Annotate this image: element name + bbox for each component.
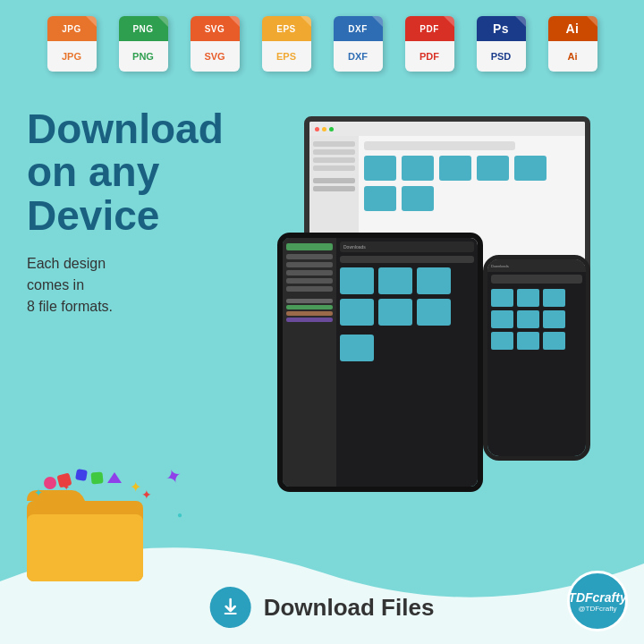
pdf-top-label: PDF <box>419 24 439 34</box>
png-icon-header: PNG <box>119 16 168 41</box>
folder-7 <box>402 186 434 211</box>
sidebar-item-4 <box>313 165 355 171</box>
tablet-main: Downloads <box>336 238 478 487</box>
brand-handle: @TDFcrafty <box>578 605 616 613</box>
download-files-label[interactable]: Download Files <box>264 594 435 622</box>
download-icon-circle[interactable] <box>210 587 251 628</box>
file-icon-pdf: PDF PDF <box>398 16 461 72</box>
folder-6 <box>364 186 396 211</box>
tablet-topbar: Downloads <box>340 242 474 252</box>
svg-rect-3 <box>75 469 88 481</box>
psd-top-label: Ps <box>493 21 509 36</box>
monitor-path-bar <box>364 141 515 150</box>
tablet-tag-3 <box>286 311 333 316</box>
download-area[interactable]: Download Files <box>210 587 435 628</box>
download-arrow-icon <box>221 597 241 617</box>
phone-folders-grid <box>487 286 586 352</box>
tablet-inner: Downloads <box>283 238 478 487</box>
file-icon-png: PNG PNG <box>112 16 174 72</box>
phone: Downloads <box>483 255 590 461</box>
dxf-icon-body: DXF DXF <box>334 16 383 72</box>
png-icon-footer: PNG <box>119 41 168 72</box>
left-content: Download on any Device Each designcomes … <box>27 107 224 318</box>
sidebar-item-6 <box>313 186 355 191</box>
deco-star-3: ● <box>177 510 182 520</box>
deco-star-2: ✦ <box>141 487 152 502</box>
folder-illustration: ✦ ✦ ✦ <box>18 465 161 590</box>
monitor-folders <box>364 156 580 211</box>
phone-inner: Downloads <box>487 259 586 456</box>
phone-folder-2 <box>517 289 539 307</box>
tablet: Downloads <box>277 233 483 492</box>
devices-area: Downloads <box>277 116 644 501</box>
subtext: Each designcomes in8 file formats. <box>27 253 224 318</box>
svg-marker-5 <box>107 472 122 483</box>
jpg-icon-footer: JPG <box>47 41 97 72</box>
dxf-top-label: DXF <box>348 24 368 34</box>
svg-icon-footer: SVG <box>191 41 240 72</box>
svg-rect-10 <box>225 613 237 614</box>
pdf-icon-footer: PDF <box>405 41 454 72</box>
jpg-bottom-label: JPG <box>62 51 81 62</box>
deco-star-1: ✦ <box>162 463 185 491</box>
svg-top-label: SVG <box>205 24 225 34</box>
monitor-dot-yellow <box>322 127 326 131</box>
monitor-dot-green <box>329 127 334 131</box>
pdf-bottom-label: PDF <box>419 51 439 62</box>
file-icon-dxf: DXF DXF <box>326 16 389 72</box>
tablet-sidebar-4 <box>286 278 333 284</box>
phone-folder-9 <box>543 332 565 350</box>
ai-bottom-label: Ai <box>568 51 578 62</box>
phone-topbar-label: Downloads <box>491 264 509 268</box>
ai-icon-header: Ai <box>548 16 597 41</box>
tablet-sidebar-5 <box>286 286 333 292</box>
tablet-folder-3 <box>417 267 451 294</box>
phone-topbar: Downloads <box>487 259 586 272</box>
psd-bottom-label: PSD <box>491 51 512 62</box>
eps-bottom-label: EPS <box>276 51 296 62</box>
jpg-icon-body: JPG JPG <box>47 16 97 72</box>
svg-icon-body: SVG SVG <box>191 16 240 72</box>
eps-icon-footer: EPS <box>262 41 311 72</box>
svg-rect-1 <box>27 514 143 581</box>
svg-text:✦: ✦ <box>63 482 70 492</box>
tablet-folder-4 <box>340 299 374 326</box>
folder-3 <box>439 156 471 181</box>
phone-folder-8 <box>517 332 539 350</box>
dxf-icon-footer: DXF <box>334 41 383 72</box>
folder-4 <box>477 156 509 181</box>
monitor-bar <box>309 122 585 136</box>
file-icon-psd: Ps PSD <box>470 16 532 72</box>
tablet-sidebar-2 <box>286 262 333 267</box>
phone-search-bar <box>491 275 582 284</box>
file-icon-jpg: JPG JPG <box>40 16 103 72</box>
folder-5 <box>514 156 547 181</box>
tablet-folder-6 <box>417 299 451 326</box>
svg-bottom-label: SVG <box>204 51 225 62</box>
file-icons-row: JPG JPG PNG PNG SVG <box>0 0 644 80</box>
dxf-bottom-label: DXF <box>348 51 368 62</box>
ai-icon-body: Ai Ai <box>548 16 597 72</box>
tablet-sidebar-label <box>286 243 333 250</box>
file-icon-svg: SVG SVG <box>183 16 246 72</box>
monitor-dot-red <box>315 127 319 131</box>
phone-folder-6 <box>543 310 565 328</box>
headline: Download on any Device <box>27 107 224 237</box>
tablet-tag-1 <box>286 299 333 303</box>
psd-icon-header: Ps <box>477 16 526 41</box>
sidebar-item-2 <box>313 149 355 155</box>
dxf-icon-header: DXF <box>334 16 383 41</box>
png-icon-body: PNG PNG <box>119 16 168 72</box>
headline-line1: Download <box>27 106 224 152</box>
phone-folder-1 <box>491 289 513 307</box>
tablet-folder-7 <box>340 335 374 361</box>
png-top-label: PNG <box>132 24 153 34</box>
tablet-topbar-text: Downloads <box>343 244 366 250</box>
tablet-tag-4 <box>286 318 333 322</box>
headline-line2: on any <box>27 148 159 195</box>
tablet-folders-grid <box>340 267 474 361</box>
eps-top-label: EPS <box>276 24 296 34</box>
svg-text:✦: ✦ <box>34 487 43 499</box>
ai-icon-footer: Ai <box>548 41 597 72</box>
phone-folder-4 <box>491 310 513 328</box>
